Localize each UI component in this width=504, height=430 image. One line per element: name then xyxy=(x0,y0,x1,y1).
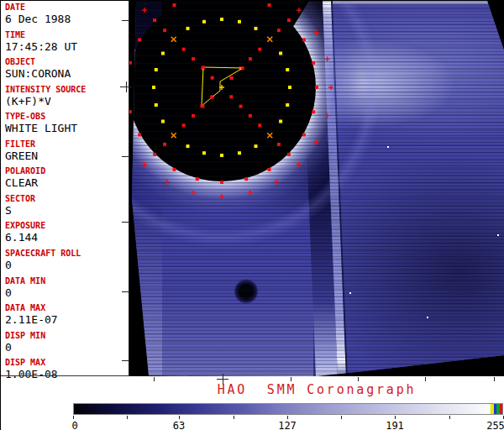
colorbar-tick xyxy=(287,416,288,419)
red-spoke-dot xyxy=(163,143,166,146)
red-fiducial-dot xyxy=(173,3,176,7)
colorbar-tick xyxy=(395,416,396,419)
meta-item: OBJECTSUN:CORONA xyxy=(5,57,128,80)
yellow-fiducial-dot xyxy=(152,86,155,89)
meta-label: DISP MIN xyxy=(5,331,128,340)
orange-x-marker xyxy=(171,133,176,138)
meta-item: DISP MAX1.00E-08 xyxy=(5,358,128,380)
yellow-fiducial-dot xyxy=(220,18,223,21)
meta-label: SECTOR xyxy=(5,194,128,203)
axis-tick xyxy=(494,377,495,381)
meta-label: EXPOSURE xyxy=(5,221,128,230)
yellow-fiducial-dot xyxy=(186,27,190,30)
meta-item: EXPOSURE6.144 xyxy=(5,221,128,244)
yellow-fiducial-dot xyxy=(286,103,289,107)
red-fiducial-dot xyxy=(302,39,306,42)
red-spoke-dot xyxy=(277,29,281,32)
red-fiducial-cross xyxy=(314,30,319,35)
yellow-fiducial-dot xyxy=(202,151,206,155)
meta-item: DATA MAX2.11E-07 xyxy=(5,303,128,326)
meta-label: DATA MIN xyxy=(5,276,128,286)
yellow-fiducial-dot xyxy=(288,86,291,89)
axis-tick xyxy=(425,377,426,381)
meta-value: WHITE LIGHT xyxy=(5,122,128,134)
meta-item: TYPE-OBSWHITE LIGHT xyxy=(5,112,128,134)
red-fiducial-dot xyxy=(302,134,306,137)
red-spoke-dot xyxy=(258,48,261,51)
red-spoke-dot xyxy=(249,57,252,60)
meta-item: SPACECRAFT ROLL0 xyxy=(5,249,128,271)
colorbar-gradient xyxy=(74,404,502,414)
red-fiducial-dot xyxy=(268,3,271,7)
red-fiducial-dot xyxy=(153,18,156,22)
meta-label: OBJECT xyxy=(5,57,128,66)
axis-tick xyxy=(122,20,129,21)
colorbar-tick xyxy=(341,416,342,419)
red-spoke-dot xyxy=(258,123,261,127)
red-fiducial-dot xyxy=(315,86,318,89)
meta-value: 0 xyxy=(5,286,128,299)
left-axis-line xyxy=(129,1,129,376)
red-fiducial-cross xyxy=(325,113,330,118)
yellow-fiducial-dot xyxy=(155,68,158,71)
yellow-fiducial-dot xyxy=(279,120,282,123)
colorbar-tick xyxy=(234,416,234,419)
meta-label: DISP MAX xyxy=(5,358,128,367)
yellow-fiducial-dot xyxy=(279,52,282,55)
red-fiducial-dot xyxy=(287,153,291,156)
red-spoke-dot xyxy=(211,76,214,80)
coronagraph-image-canvas[interactable] xyxy=(129,1,504,376)
axis-tick xyxy=(291,377,291,381)
axis-tick xyxy=(122,360,129,361)
red-spoke-dot xyxy=(249,114,252,118)
meta-label: TIME xyxy=(5,30,128,39)
yellow-fiducial-dot xyxy=(238,151,241,155)
colorbar-label: 0 xyxy=(71,420,77,430)
red-fiducial-cross xyxy=(142,8,147,13)
colorbar-label: 127 xyxy=(278,420,297,430)
red-fiducial-cross xyxy=(248,191,253,196)
meta-value: 0 xyxy=(5,259,128,271)
yellow-fiducial-dot xyxy=(220,154,223,157)
axis-tick xyxy=(122,291,129,292)
red-fiducial-cross xyxy=(219,194,224,199)
meta-item: TIME17:45:28 UT xyxy=(5,30,128,53)
red-spoke-dot xyxy=(192,114,195,118)
axis-tick xyxy=(154,377,155,381)
yellow-fiducial-dot xyxy=(161,52,165,55)
meta-item: DISP MIN0 xyxy=(5,331,128,354)
red-fiducial-dot xyxy=(196,177,199,181)
red-fiducial-dot xyxy=(312,61,315,65)
red-fiducial-cross xyxy=(142,162,147,167)
yellow-fiducial-dot xyxy=(238,20,241,24)
coronagraph-viewer-window: DATE6 Dec 1988TIME17:45:28 UTOBJECTSUN:C… xyxy=(0,0,504,430)
colorbar-tick xyxy=(73,416,74,419)
red-fiducial-dot xyxy=(312,110,315,113)
yellow-fiducial-dot xyxy=(255,144,258,148)
roi-vertex-dot xyxy=(202,66,205,69)
red-spoke-dot xyxy=(192,57,195,60)
meta-value: 6 Dec 1988 xyxy=(5,13,128,25)
red-fiducial-cross xyxy=(297,8,302,13)
red-spoke-dot xyxy=(182,48,186,51)
orange-x-marker xyxy=(171,37,176,42)
yellow-fiducial-dot xyxy=(255,27,258,30)
meta-value: 1.00E-08 xyxy=(5,368,128,380)
red-fiducial-dot xyxy=(268,168,271,171)
red-fiducial-dot xyxy=(138,39,141,42)
red-spoke-dot xyxy=(182,123,186,127)
red-fiducial-cross xyxy=(328,85,333,90)
red-fiducial-cross xyxy=(165,180,170,185)
meta-value: CLEAR xyxy=(5,176,128,189)
yellow-fiducial-dot xyxy=(161,120,165,123)
yellow-fiducial-dot xyxy=(186,144,190,148)
meta-item: SECTORS xyxy=(5,194,128,217)
meta-value: GREEN xyxy=(5,149,128,162)
axis-tick xyxy=(122,222,129,223)
fiducial-overlay xyxy=(129,1,504,376)
red-fiducial-dot xyxy=(153,153,156,156)
roi-vertex-dot xyxy=(200,104,203,108)
red-fiducial-dot xyxy=(173,168,176,171)
red-fiducial-cross xyxy=(191,191,196,196)
axis-tick xyxy=(126,81,127,92)
